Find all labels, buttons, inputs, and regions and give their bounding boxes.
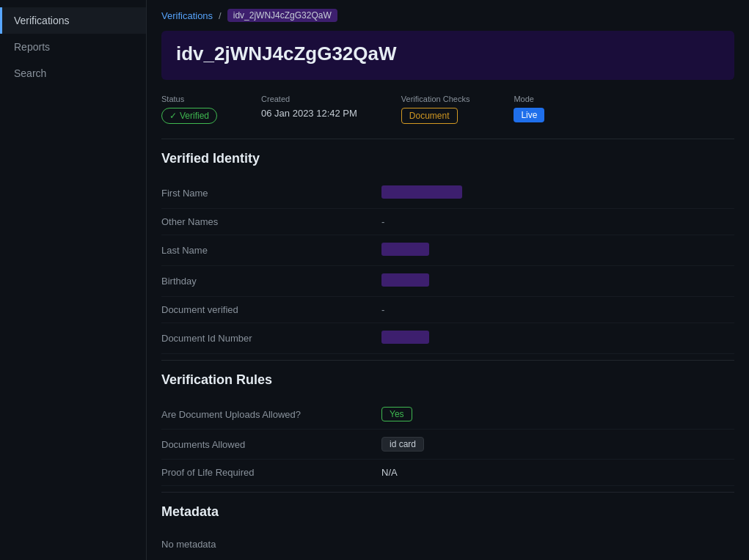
field-proof-of-life: Proof of Life Required N/A — [161, 460, 734, 486]
field-value-last-name — [381, 243, 429, 258]
status-col-status: Status ✓ Verified — [161, 95, 217, 124]
field-value-other-names: - — [381, 216, 384, 227]
field-value-birthday — [381, 273, 429, 289]
redacted-birthday — [381, 273, 429, 287]
section-verification-rules: Verification Rules Are Document Uploads … — [161, 360, 734, 492]
field-label-other-names: Other Names — [161, 216, 381, 227]
field-document-verified: Document verified - — [161, 297, 734, 323]
check-icon: ✓ — [169, 111, 177, 121]
field-document-id-number: Document Id Number — [161, 323, 734, 354]
field-birthday: Birthday — [161, 266, 734, 297]
field-value-proof-of-life: N/A — [381, 467, 398, 478]
breadcrumb-separator: / — [219, 10, 222, 21]
field-docs-allowed: Documents Allowed id card — [161, 430, 734, 460]
sidebar-item-verifications[interactable]: Verifications — [0, 7, 146, 34]
field-value-document-verified: - — [381, 304, 384, 315]
page-header: idv_2jWNJ4cZgG32QaW — [161, 31, 734, 80]
sidebar-item-reports[interactable]: Reports — [0, 34, 146, 60]
page-title: idv_2jWNJ4cZgG32QaW — [176, 43, 720, 65]
badge-idcard: id card — [381, 437, 424, 452]
breadcrumb-link[interactable]: Verifications — [161, 10, 213, 21]
main-content: Verifications / idv_2jWNJ4cZgG32QaW idv_… — [147, 0, 749, 560]
sidebar: Verifications Reports Search — [0, 0, 147, 560]
field-label-birthday: Birthday — [161, 276, 381, 287]
redacted-last-name — [381, 243, 429, 256]
field-label-first-name: First Name — [161, 188, 381, 199]
field-value-docs-allowed: id card — [381, 437, 424, 452]
field-label-document-verified: Document verified — [161, 304, 381, 315]
section-title-verified-identity: Verified Identity — [161, 151, 734, 166]
metadata-empty-message: No metadata — [161, 531, 734, 557]
status-col-checks: Verification Checks Document — [401, 95, 470, 124]
status-value: Verified — [180, 111, 209, 121]
section-title-verification-rules: Verification Rules — [161, 372, 734, 388]
section-title-metadata: Metadata — [161, 504, 734, 520]
field-doc-uploads: Are Document Uploads Allowed? Yes — [161, 399, 734, 430]
status-col-created: Created 06 Jan 2023 12:42 PM — [261, 95, 357, 119]
field-label-document-id: Document Id Number — [161, 333, 381, 344]
field-label-doc-uploads: Are Document Uploads Allowed? — [161, 409, 381, 420]
badge-yes: Yes — [381, 407, 412, 421]
checks-badge: Document — [401, 108, 458, 124]
section-verified-identity: Verified Identity First Name Other Names… — [161, 139, 734, 360]
status-badge-verified: ✓ Verified — [161, 108, 217, 124]
status-row: Status ✓ Verified Created 06 Jan 2023 12… — [147, 80, 749, 139]
field-value-document-id — [381, 331, 429, 346]
breadcrumb: Verifications / idv_2jWNJ4cZgG32QaW — [147, 0, 749, 31]
field-label-docs-allowed: Documents Allowed — [161, 439, 381, 450]
redacted-document-id — [381, 331, 429, 344]
redacted-first-name — [381, 185, 462, 199]
status-label: Status — [161, 95, 217, 103]
field-label-proof-of-life: Proof of Life Required — [161, 467, 381, 478]
field-label-last-name: Last Name — [161, 245, 381, 256]
checks-label: Verification Checks — [401, 95, 470, 103]
status-col-mode: Mode Live — [514, 95, 544, 122]
breadcrumb-current: idv_2jWNJ4cZgG32QaW — [227, 9, 337, 22]
mode-label: Mode — [514, 95, 544, 103]
mode-badge: Live — [514, 108, 544, 122]
field-value-first-name — [381, 185, 462, 201]
field-value-doc-uploads: Yes — [381, 407, 412, 421]
created-label: Created — [261, 95, 357, 103]
created-value: 06 Jan 2023 12:42 PM — [261, 108, 357, 119]
section-metadata: Metadata No metadata — [161, 492, 734, 560]
field-last-name: Last Name — [161, 235, 734, 266]
field-first-name: First Name — [161, 178, 734, 209]
field-other-names: Other Names - — [161, 209, 734, 235]
sidebar-item-search[interactable]: Search — [0, 60, 146, 86]
